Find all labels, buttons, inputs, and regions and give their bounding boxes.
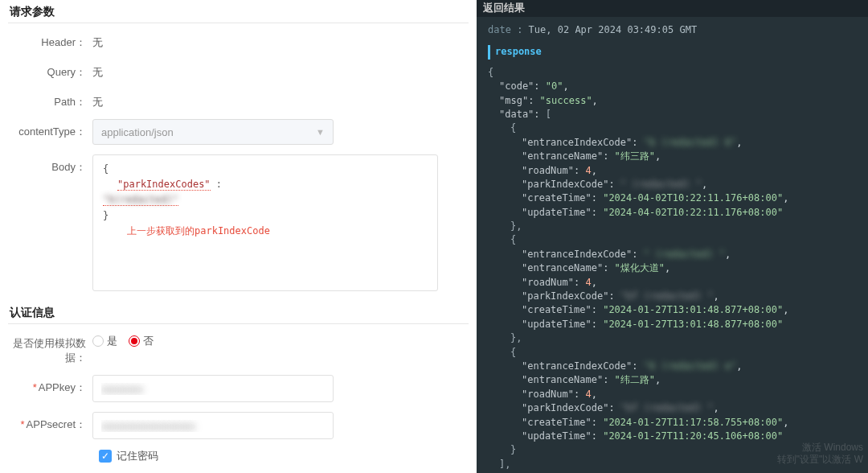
json-key-data: "data" (499, 109, 534, 120)
appkey-input[interactable] (92, 375, 334, 402)
json-key-msg: "msg" (499, 95, 528, 106)
response-date-label: date (488, 24, 511, 35)
label-mock: 是否使用模拟数据： (8, 331, 92, 365)
json-key-updatetime: "updateTime" (522, 319, 592, 330)
json-val-createtime-1: "2024-01-27T13:01:48.877+08:00" (603, 304, 783, 315)
json-key-entranceindexcode: "entranceIndexCode" (522, 137, 632, 148)
radio-no-label: 否 (143, 334, 154, 348)
json-val-parkindexcode-1: "bf (redacted) " (620, 290, 714, 302)
response-date-value: Tue, 02 Apr 2024 03:49:05 GMT (529, 24, 698, 35)
chevron-down-icon: ▼ (316, 127, 325, 137)
radio-no-circle (129, 335, 140, 347)
radio-yes[interactable]: 是 (92, 334, 117, 348)
json-val-roadnum-1: 4 (585, 277, 591, 288)
json-key-updatetime: "updateTime" (522, 430, 592, 442)
request-panel: 请求参数 Header： 无 Query： 无 Path： 无 contentT… (0, 0, 477, 473)
json-val-createtime-2: "2024-01-27T11:17:58.755+08:00" (603, 417, 783, 428)
json-val-roadnum-2: 4 (585, 389, 591, 400)
windows-activation-watermark: 激活 Windows 转到"设置"以激活 W (777, 442, 863, 467)
body-colon: : (211, 179, 222, 190)
json-key-parkindexcode: "parkIndexCode" (522, 402, 608, 413)
response-json-view: date : Tue, 02 Apr 2024 03:49:05 GMT res… (477, 17, 868, 473)
row-appkey: *APPkey： (8, 375, 469, 402)
response-date: date : Tue, 02 Apr 2024 03:49:05 GMT (488, 23, 857, 37)
json-key-code: "code" (499, 80, 534, 92)
radio-no[interactable]: 否 (129, 334, 154, 348)
checkbox-checked-icon: ✓ (99, 450, 112, 463)
body-key-parkindexcodes: "parkIndexCodes" (117, 179, 211, 191)
label-path: Path： (8, 89, 92, 109)
json-key-roadnum: "roadNum" (522, 165, 574, 176)
row-path: Path： 无 (8, 89, 469, 109)
label-content-type: contentType： (8, 119, 92, 139)
watermark-line1: 激活 Windows (777, 442, 863, 454)
json-val-entrancename-1: "煤化大道" (615, 262, 665, 274)
remember-password-row[interactable]: ✓ 记住密码 (99, 449, 469, 463)
appsecret-input[interactable] (92, 412, 334, 439)
watermark-line2: 转到"设置"以激活 W (777, 454, 863, 467)
row-appsecret: *APPsecret： (8, 412, 469, 439)
label-query: Query： (8, 60, 92, 80)
body-annotation: 上一步获取到的parkIndexCode (127, 224, 428, 239)
json-val-createtime-0: "2024-04-02T10:22:11.176+08:00" (603, 192, 783, 204)
json-val-entranceindexcode-1: " (redacted) " (644, 249, 725, 260)
row-mock: 是否使用模拟数据： 是 否 (8, 331, 469, 365)
body-textarea[interactable]: { "parkIndexCodes" : "b(redacted)" } 上一步… (92, 154, 438, 291)
json-key-entrancename: "entranceName" (522, 150, 603, 162)
label-header: Header： (8, 30, 92, 50)
json-val-updatetime-1: "2024-01-27T13:01:48.877+08:00" (603, 319, 783, 330)
label-appkey: *APPkey： (8, 375, 92, 395)
body-value-masked: "b(redacted)" (103, 194, 178, 206)
json-val-updatetime-0: "2024-04-02T10:22:11.176+08:00" (603, 207, 783, 218)
row-content-type: contentType： application/json ▼ (8, 119, 469, 145)
response-panel: 返回结果 date : Tue, 02 Apr 2024 03:49:05 GM… (477, 0, 868, 473)
json-key-entranceindexcode: "entranceIndexCode" (522, 249, 632, 260)
json-val-entranceindexcode-2: "6 (redacted) e" (644, 360, 737, 372)
row-body: Body： { "parkIndexCodes" : "b(redacted)"… (8, 154, 469, 291)
label-body: Body： (8, 154, 92, 175)
body-line-open: { (103, 162, 428, 177)
json-key-parkindexcode: "parkIndexCode" (522, 179, 608, 190)
auth-section-title: 认证信息 (8, 301, 469, 324)
json-key-entrancename: "entranceName" (522, 374, 603, 385)
json-key-createtime: "createTime" (522, 417, 592, 428)
json-val-parkindexcode-0: " (redacted) " (620, 179, 702, 190)
json-val-roadnum-0: 4 (585, 165, 591, 176)
radio-yes-circle (92, 335, 104, 347)
json-key-parkindexcode: "parkIndexCode" (522, 290, 608, 302)
request-section-title: 请求参数 (8, 0, 469, 23)
json-key-updatetime: "updateTime" (522, 207, 592, 218)
json-key-roadnum: "roadNum" (522, 277, 574, 288)
json-key-createtime: "createTime" (522, 304, 592, 315)
content-type-value: application/json (101, 126, 174, 138)
json-val-msg: "success" (540, 95, 592, 106)
label-appsecret: *APPsecret： (8, 412, 92, 432)
response-section-title: 返回结果 (477, 0, 868, 17)
row-query: Query： 无 (8, 60, 469, 80)
json-val-parkindexcode-2: "bf (redacted) " (620, 402, 714, 413)
json-val-updatetime-2: "2024-01-27T11:20:45.106+08:00" (603, 430, 783, 442)
json-val-entrancename-2: "纬二路" (615, 374, 655, 385)
radio-yes-label: 是 (107, 334, 117, 348)
row-header: Header： 无 (8, 30, 469, 50)
json-key-entrancename: "entranceName" (522, 262, 603, 274)
value-path: 无 (92, 89, 469, 109)
value-header: 无 (92, 30, 469, 50)
value-query: 无 (92, 60, 469, 80)
remember-label: 记住密码 (117, 449, 158, 463)
json-key-roadnum: "roadNum" (522, 389, 574, 400)
json-val-entrancename-0: "纬三路" (615, 150, 655, 162)
response-heading: response (488, 45, 857, 59)
body-line-close: } (103, 208, 428, 224)
content-type-select[interactable]: application/json ▼ (92, 119, 334, 145)
json-key-entranceindexcode: "entranceIndexCode" (522, 360, 632, 372)
json-key-createtime: "createTime" (522, 192, 592, 204)
json-val-entranceindexcode-0: "b (redacted) 6" (644, 137, 737, 148)
json-val-code: "0" (546, 80, 563, 92)
